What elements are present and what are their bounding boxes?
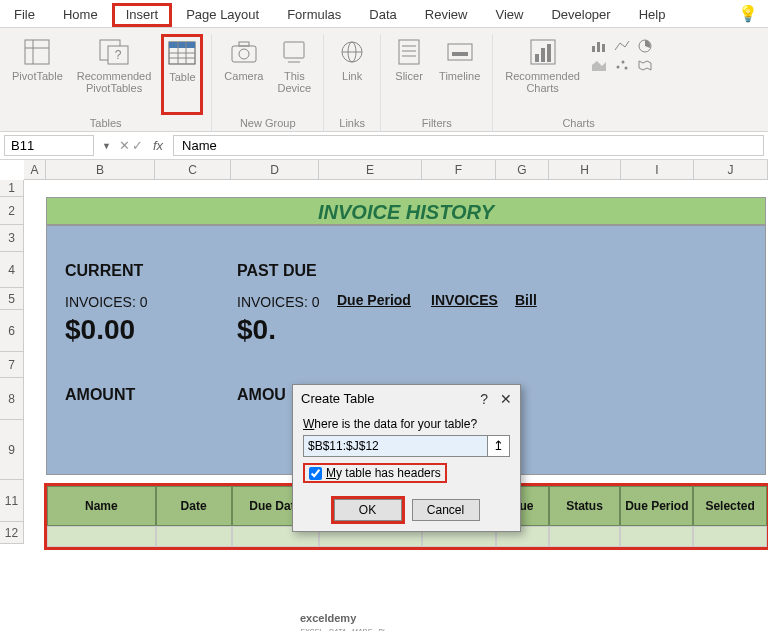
formula-input[interactable] <box>173 135 764 156</box>
col-header[interactable]: E <box>319 160 422 179</box>
slicer-button[interactable]: Slicer <box>389 34 429 115</box>
tell-me-icon[interactable]: 💡 <box>728 0 768 27</box>
svg-rect-20 <box>399 40 419 64</box>
tab-file[interactable]: File <box>0 3 49 27</box>
headers-checkbox-row[interactable]: My table has headers <box>303 463 447 483</box>
dialog-question: WWhere is the data for your table?here i… <box>303 417 510 431</box>
headers-checkbox[interactable] <box>309 467 322 480</box>
range-selector-icon[interactable]: ↥ <box>487 436 509 456</box>
row-header[interactable]: 1 <box>0 180 23 197</box>
due-period-header: Due Period <box>337 292 411 308</box>
col-header[interactable]: H <box>549 160 621 179</box>
pivottable-button[interactable]: PivotTable <box>8 34 67 115</box>
tab-developer[interactable]: Developer <box>537 3 624 27</box>
svg-rect-27 <box>535 54 539 62</box>
dialog-titlebar[interactable]: Create Table ? ✕ <box>293 385 520 413</box>
row-header[interactable]: 12 <box>0 522 23 544</box>
create-table-dialog: Create Table ? ✕ WWhere is the data for … <box>292 384 521 532</box>
ribbon-group-tables: PivotTable ?Recommended PivotTables Tabl… <box>0 34 212 131</box>
fx-icon[interactable]: fx <box>147 138 169 153</box>
row-header[interactable]: 8 <box>0 378 23 420</box>
th-name[interactable]: Name <box>47 486 156 526</box>
col-header[interactable]: J <box>694 160 768 179</box>
ribbon-group-charts: Recommended Charts Charts <box>493 34 664 131</box>
svg-rect-32 <box>602 44 605 52</box>
line-chart-icon[interactable] <box>613 38 631 54</box>
ribbon-body: PivotTable ?Recommended PivotTables Tabl… <box>0 28 768 132</box>
row-header[interactable]: 11 <box>0 480 23 522</box>
col-header[interactable]: F <box>422 160 496 179</box>
tab-view[interactable]: View <box>481 3 537 27</box>
chart-type-grid[interactable] <box>590 34 656 115</box>
ribbon-tabs: File Home Insert Page Layout Formulas Da… <box>0 0 768 28</box>
recommended-charts-button[interactable]: Recommended Charts <box>501 34 584 115</box>
svg-point-36 <box>621 61 624 64</box>
sheet-area: A B C D E F G H I J 1 2 3 4 5 6 7 8 9 11… <box>0 160 768 180</box>
enter-formula-icon[interactable]: ✓ <box>132 138 143 153</box>
tab-home[interactable]: Home <box>49 3 112 27</box>
scatter-chart-icon[interactable] <box>613 57 631 73</box>
area-chart-icon[interactable] <box>590 57 608 73</box>
ribbon-group-label: Links <box>339 115 365 131</box>
pastdue-label: PAST DUE <box>237 262 317 280</box>
tab-review[interactable]: Review <box>411 3 482 27</box>
pastdue-amount: $0. <box>237 314 276 346</box>
tab-help[interactable]: Help <box>625 3 680 27</box>
column-headers: A B C D E F G H I J <box>24 160 768 180</box>
range-input[interactable] <box>304 436 487 456</box>
dialog-close-icon[interactable]: ✕ <box>500 391 512 407</box>
th-date[interactable]: Date <box>156 486 232 526</box>
col-header[interactable]: B <box>46 160 155 179</box>
ok-button[interactable]: OK <box>334 499 402 521</box>
map-chart-icon[interactable] <box>636 57 654 73</box>
cancel-button[interactable]: Cancel <box>412 499 480 521</box>
col-header[interactable]: I <box>621 160 694 179</box>
dialog-help-icon[interactable]: ? <box>480 391 488 407</box>
table-button[interactable]: Table <box>161 34 203 115</box>
svg-rect-7 <box>169 42 195 48</box>
col-header[interactable]: G <box>496 160 549 179</box>
th-selected[interactable]: Selected <box>693 486 767 526</box>
svg-point-13 <box>239 49 249 59</box>
timeline-button[interactable]: Timeline <box>435 34 484 115</box>
ribbon-group-newgroup: Camera This Device New Group <box>212 34 324 131</box>
ribbon-group-label: Tables <box>90 115 122 131</box>
col-header[interactable]: C <box>155 160 231 179</box>
bill-header: Bill <box>515 292 537 308</box>
svg-rect-29 <box>547 44 551 62</box>
watermark: exceldemyEXCEL · DATA · MADE · BI <box>300 612 385 631</box>
svg-text:?: ? <box>115 48 122 62</box>
tab-data[interactable]: Data <box>355 3 410 27</box>
col-header[interactable]: A <box>24 160 46 179</box>
row-header[interactable]: 2 <box>0 197 23 225</box>
row-header[interactable]: 7 <box>0 352 23 378</box>
row-header[interactable]: 6 <box>0 310 23 352</box>
tab-formulas[interactable]: Formulas <box>273 3 355 27</box>
svg-point-35 <box>616 66 619 69</box>
row-header[interactable]: 5 <box>0 288 23 310</box>
camera-button[interactable]: Camera <box>220 34 267 115</box>
name-box-dropdown-icon[interactable]: ▼ <box>98 141 115 151</box>
row-header[interactable]: 3 <box>0 225 23 252</box>
link-button[interactable]: Link <box>332 34 372 115</box>
tab-insert[interactable]: Insert <box>112 3 173 27</box>
name-box[interactable] <box>4 135 94 156</box>
ribbon-group-label: Charts <box>562 115 594 131</box>
th-dueperiod[interactable]: Due Period <box>620 486 693 526</box>
th-status[interactable]: Status <box>549 486 621 526</box>
headers-checkbox-label: My table has headers <box>326 466 441 480</box>
svg-marker-34 <box>592 61 606 71</box>
svg-rect-25 <box>452 52 468 56</box>
tab-pagelayout[interactable]: Page Layout <box>172 3 273 27</box>
formula-bar: ▼ ✕ ✓ fx <box>0 132 768 160</box>
bar-chart-icon[interactable] <box>590 38 608 54</box>
col-header[interactable]: D <box>231 160 319 179</box>
recommended-pivottables-button[interactable]: ?Recommended PivotTables <box>73 34 156 115</box>
title-cell[interactable]: INVOICE HISTORY <box>46 197 766 225</box>
this-device-button[interactable]: This Device <box>273 34 315 115</box>
row-header[interactable]: 9 <box>0 420 23 480</box>
pie-chart-icon[interactable] <box>636 38 654 54</box>
cancel-formula-icon[interactable]: ✕ <box>119 138 130 153</box>
row-header[interactable]: 4 <box>0 252 23 288</box>
amount-label: AMOUNT <box>65 386 135 404</box>
